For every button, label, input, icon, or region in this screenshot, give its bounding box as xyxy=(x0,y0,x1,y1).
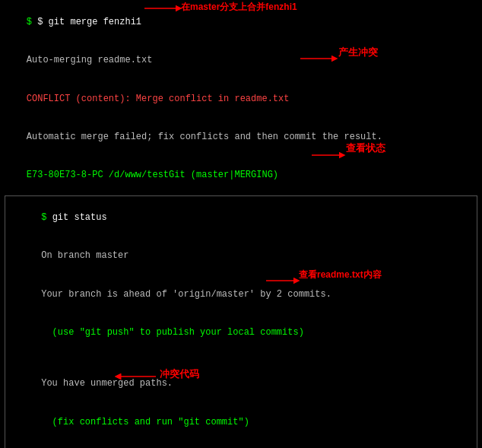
status-cmd-line: $ git status xyxy=(8,199,474,237)
merge-failed-text: Automatic merge failed; fix conflicts an… xyxy=(27,132,382,142)
unmerged-msg-line: You have unmerged paths. xyxy=(8,364,474,402)
on-branch-line: On branch master xyxy=(8,237,474,275)
status-annotation: 查看状态 xyxy=(346,141,385,155)
conflict-line: CONFLICT (content): Merge conflict in re… xyxy=(5,80,477,118)
conflict-code-annotation: 冲突代码 xyxy=(160,367,199,381)
prompt-merging-1: E73-80E73-8-PC /d/www/testGit (master|ME… xyxy=(5,157,477,195)
prompt: $ xyxy=(27,17,37,27)
conflict-text: CONFLICT (content): Merge conflict in re… xyxy=(27,94,290,104)
merge-failed-line: Automatic merge failed; fix conflicts an… xyxy=(5,118,477,156)
cat-annotation: 查看readme.txt内容 xyxy=(299,268,382,281)
auto-merging-text: Auto-merging readme.txt xyxy=(27,55,153,65)
merge-cmd: $ git merge fenzhi1 xyxy=(37,17,141,27)
ahead-line: Your branch is ahead of 'origin/master' … xyxy=(8,275,474,313)
status-cmd-text: git status xyxy=(52,212,107,223)
terminal: $ $ git merge fenzhi1 在master分支上合并fenzhi… xyxy=(0,0,482,448)
ahead-hint-line: (use "git push" to publish your local co… xyxy=(8,313,474,351)
merge-annotation: 在master分支上合并fenzhi1 xyxy=(181,1,297,14)
auto-merging-line: Auto-merging readme.txt xyxy=(5,41,477,79)
conflict-annotation: 产生冲突 xyxy=(338,46,378,59)
unmerged-hint-line: (fix conflicts and run "git commit") xyxy=(8,403,474,441)
git-status-box: $ git status On branch master Your branc… xyxy=(5,195,477,448)
prompt-merging-1-text: E73-80E73-8-PC /d/www/testGit (master|ME… xyxy=(27,170,278,180)
